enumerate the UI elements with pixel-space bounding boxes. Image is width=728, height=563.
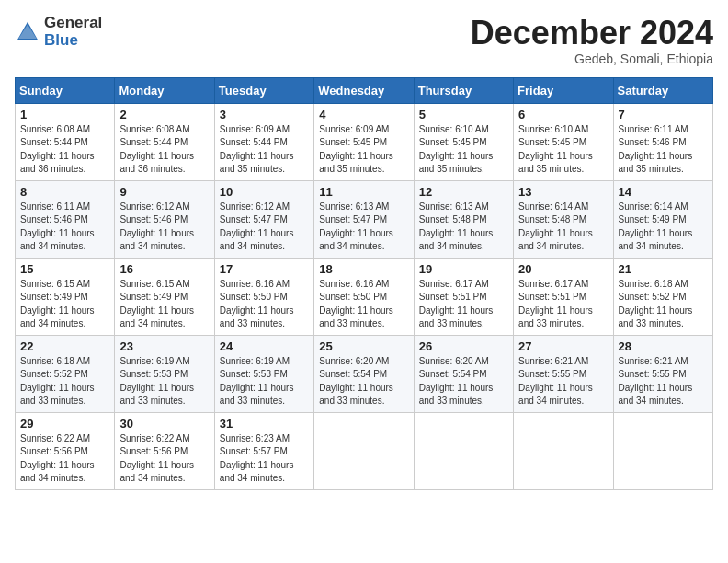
calendar-cell: 16 Sunrise: 6:15 AM Sunset: 5:49 PM Dayl… (115, 258, 214, 335)
calendar-week-row: 22 Sunrise: 6:18 AM Sunset: 5:52 PM Dayl… (16, 335, 713, 412)
day-number: 27 (518, 339, 608, 353)
header-saturday: Saturday (613, 77, 712, 103)
day-number: 15 (20, 262, 109, 276)
day-info: Sunrise: 6:21 AM Sunset: 5:55 PM Dayligh… (619, 355, 708, 408)
calendar-cell: 4 Sunrise: 6:09 AM Sunset: 5:45 PM Dayli… (314, 103, 414, 180)
day-info: Sunrise: 6:20 AM Sunset: 5:54 PM Dayligh… (419, 355, 508, 408)
header-tuesday: Tuesday (214, 77, 313, 103)
header-monday: Monday (115, 77, 214, 103)
calendar-cell: 31 Sunrise: 6:23 AM Sunset: 5:57 PM Dayl… (214, 412, 313, 489)
day-info: Sunrise: 6:16 AM Sunset: 5:50 PM Dayligh… (319, 278, 408, 331)
day-info: Sunrise: 6:15 AM Sunset: 5:49 PM Dayligh… (20, 278, 109, 331)
day-number: 29 (20, 417, 109, 431)
day-info: Sunrise: 6:11 AM Sunset: 5:46 PM Dayligh… (619, 123, 708, 177)
day-info: Sunrise: 6:17 AM Sunset: 5:51 PM Dayligh… (419, 278, 508, 331)
calendar-table: Sunday Monday Tuesday Wednesday Thursday… (15, 77, 713, 490)
day-number: 24 (220, 339, 309, 353)
day-info: Sunrise: 6:10 AM Sunset: 5:45 PM Dayligh… (518, 123, 608, 177)
day-number: 31 (220, 417, 309, 431)
calendar-cell: 15 Sunrise: 6:15 AM Sunset: 5:49 PM Dayl… (16, 258, 115, 335)
logo: General Blue (15, 15, 102, 49)
day-number: 16 (119, 262, 209, 276)
calendar-cell: 14 Sunrise: 6:14 AM Sunset: 5:49 PM Dayl… (613, 180, 712, 258)
page-header: General Blue December 2024 Gedeb, Somali… (15, 15, 713, 66)
day-info: Sunrise: 6:09 AM Sunset: 5:45 PM Dayligh… (319, 123, 408, 177)
day-info: Sunrise: 6:17 AM Sunset: 5:51 PM Dayligh… (518, 278, 608, 331)
day-number: 22 (20, 339, 109, 353)
day-number: 23 (119, 339, 209, 353)
day-number: 7 (619, 108, 708, 121)
day-number: 25 (319, 339, 408, 353)
day-number: 19 (419, 262, 508, 276)
day-info: Sunrise: 6:08 AM Sunset: 5:44 PM Dayligh… (119, 123, 209, 177)
svg-marker-1 (18, 24, 37, 38)
day-info: Sunrise: 6:14 AM Sunset: 5:49 PM Dayligh… (619, 201, 708, 254)
calendar-cell: 30 Sunrise: 6:22 AM Sunset: 5:56 PM Dayl… (115, 412, 214, 489)
day-number: 3 (220, 108, 309, 121)
day-number: 11 (319, 185, 408, 199)
calendar-cell: 18 Sunrise: 6:16 AM Sunset: 5:50 PM Dayl… (314, 258, 414, 335)
calendar-cell: 29 Sunrise: 6:22 AM Sunset: 5:56 PM Dayl… (16, 412, 115, 489)
day-number: 28 (619, 339, 708, 353)
calendar-week-row: 1 Sunrise: 6:08 AM Sunset: 5:44 PM Dayli… (16, 103, 713, 180)
calendar-cell: 8 Sunrise: 6:11 AM Sunset: 5:46 PM Dayli… (16, 180, 115, 258)
day-info: Sunrise: 6:12 AM Sunset: 5:46 PM Dayligh… (119, 201, 209, 254)
day-info: Sunrise: 6:22 AM Sunset: 5:56 PM Dayligh… (119, 432, 209, 486)
calendar-cell (414, 412, 513, 489)
calendar-cell: 11 Sunrise: 6:13 AM Sunset: 5:47 PM Dayl… (314, 180, 414, 258)
title-block: December 2024 Gedeb, Somali, Ethiopia (471, 15, 713, 66)
header-thursday: Thursday (414, 77, 513, 103)
calendar-week-row: 29 Sunrise: 6:22 AM Sunset: 5:56 PM Dayl… (16, 412, 713, 489)
calendar-cell: 17 Sunrise: 6:16 AM Sunset: 5:50 PM Dayl… (214, 258, 313, 335)
day-number: 8 (20, 185, 109, 199)
header-wednesday: Wednesday (314, 77, 414, 103)
day-number: 12 (419, 185, 508, 199)
day-info: Sunrise: 6:20 AM Sunset: 5:54 PM Dayligh… (319, 355, 408, 408)
day-info: Sunrise: 6:12 AM Sunset: 5:47 PM Dayligh… (220, 201, 309, 254)
calendar-cell: 3 Sunrise: 6:09 AM Sunset: 5:44 PM Dayli… (214, 103, 313, 180)
logo-blue: Blue (44, 32, 102, 50)
day-info: Sunrise: 6:13 AM Sunset: 5:47 PM Dayligh… (319, 201, 408, 254)
day-number: 26 (419, 339, 508, 353)
logo-icon (15, 19, 40, 45)
day-number: 2 (119, 108, 209, 121)
day-info: Sunrise: 6:16 AM Sunset: 5:50 PM Dayligh… (220, 278, 309, 331)
day-info: Sunrise: 6:11 AM Sunset: 5:46 PM Dayligh… (20, 201, 109, 254)
day-info: Sunrise: 6:09 AM Sunset: 5:44 PM Dayligh… (220, 123, 309, 177)
calendar-week-row: 8 Sunrise: 6:11 AM Sunset: 5:46 PM Dayli… (16, 180, 713, 258)
day-number: 21 (619, 262, 708, 276)
day-number: 30 (119, 417, 209, 431)
day-number: 5 (419, 108, 508, 121)
calendar-cell (514, 412, 613, 489)
header-sunday: Sunday (16, 77, 115, 103)
day-info: Sunrise: 6:10 AM Sunset: 5:45 PM Dayligh… (419, 123, 508, 177)
calendar-cell: 26 Sunrise: 6:20 AM Sunset: 5:54 PM Dayl… (414, 335, 513, 412)
month-title: December 2024 (471, 15, 713, 52)
day-info: Sunrise: 6:15 AM Sunset: 5:49 PM Dayligh… (119, 278, 209, 331)
calendar-cell: 23 Sunrise: 6:19 AM Sunset: 5:53 PM Dayl… (115, 335, 214, 412)
calendar-cell: 5 Sunrise: 6:10 AM Sunset: 5:45 PM Dayli… (414, 103, 513, 180)
day-number: 18 (319, 262, 408, 276)
header-friday: Friday (514, 77, 613, 103)
day-info: Sunrise: 6:08 AM Sunset: 5:44 PM Dayligh… (20, 123, 109, 177)
calendar-header-row: Sunday Monday Tuesday Wednesday Thursday… (16, 77, 713, 103)
day-number: 17 (220, 262, 309, 276)
day-number: 10 (220, 185, 309, 199)
calendar-cell: 2 Sunrise: 6:08 AM Sunset: 5:44 PM Dayli… (115, 103, 214, 180)
calendar-cell: 12 Sunrise: 6:13 AM Sunset: 5:48 PM Dayl… (414, 180, 513, 258)
day-number: 6 (518, 108, 608, 121)
day-info: Sunrise: 6:21 AM Sunset: 5:55 PM Dayligh… (518, 355, 608, 408)
day-number: 20 (518, 262, 608, 276)
day-info: Sunrise: 6:19 AM Sunset: 5:53 PM Dayligh… (119, 355, 209, 408)
calendar-cell (613, 412, 712, 489)
calendar-cell: 25 Sunrise: 6:20 AM Sunset: 5:54 PM Dayl… (314, 335, 414, 412)
location: Gedeb, Somali, Ethiopia (471, 52, 713, 66)
calendar-cell: 13 Sunrise: 6:14 AM Sunset: 5:48 PM Dayl… (514, 180, 613, 258)
day-info: Sunrise: 6:18 AM Sunset: 5:52 PM Dayligh… (20, 355, 109, 408)
calendar-cell: 10 Sunrise: 6:12 AM Sunset: 5:47 PM Dayl… (214, 180, 313, 258)
calendar-cell: 24 Sunrise: 6:19 AM Sunset: 5:53 PM Dayl… (214, 335, 313, 412)
calendar-cell (314, 412, 414, 489)
calendar-cell: 19 Sunrise: 6:17 AM Sunset: 5:51 PM Dayl… (414, 258, 513, 335)
calendar-cell: 27 Sunrise: 6:21 AM Sunset: 5:55 PM Dayl… (514, 335, 613, 412)
calendar-cell: 1 Sunrise: 6:08 AM Sunset: 5:44 PM Dayli… (16, 103, 115, 180)
